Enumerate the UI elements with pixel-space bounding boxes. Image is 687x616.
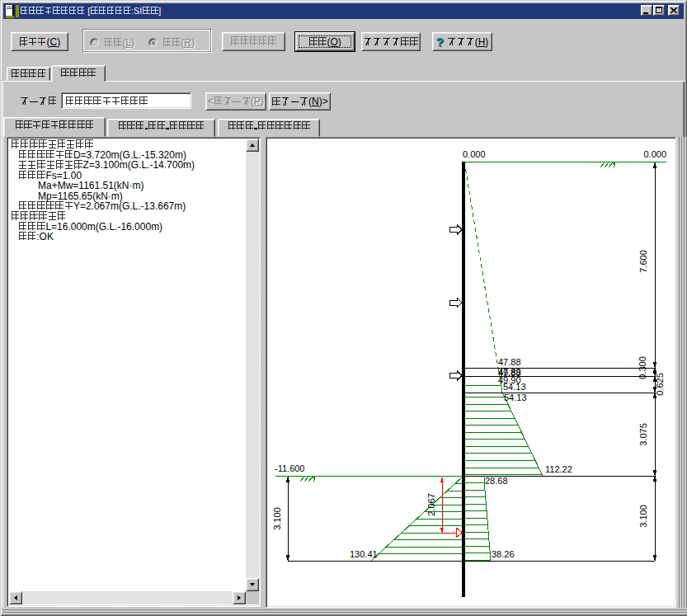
svg-text:3.075: 3.075 (638, 423, 648, 446)
svg-text:3.100: 3.100 (638, 505, 648, 528)
svg-text:38.26: 38.26 (492, 549, 515, 559)
svg-text:54.13: 54.13 (504, 393, 527, 402)
svg-text:3.100: 3.100 (272, 507, 282, 530)
svg-text:28.68: 28.68 (485, 476, 508, 486)
svg-text:47.88: 47.88 (498, 357, 521, 367)
svg-text:7.600: 7.600 (638, 250, 648, 273)
svg-text:0.000: 0.000 (643, 149, 666, 159)
svg-text:-11.600: -11.600 (275, 463, 305, 473)
svg-text:0.300: 0.300 (638, 356, 647, 379)
svg-text:0.625: 0.625 (655, 373, 665, 396)
svg-text:130.41: 130.41 (350, 549, 378, 559)
svg-text:54.13: 54.13 (503, 382, 526, 392)
svg-text:2.067: 2.067 (426, 493, 436, 516)
svg-text:112.22: 112.22 (545, 464, 572, 474)
svg-text:0.000: 0.000 (463, 149, 486, 159)
